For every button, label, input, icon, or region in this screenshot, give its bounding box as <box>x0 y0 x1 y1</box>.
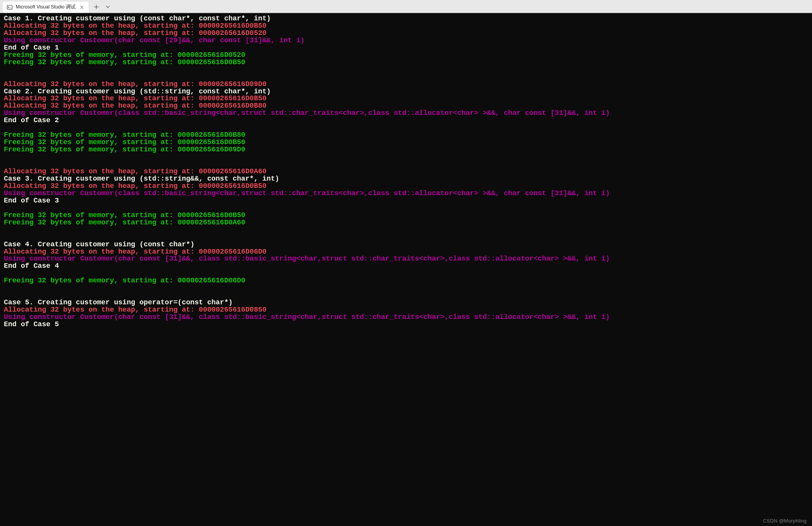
console-line: Using constructor Customer(class std::ba… <box>4 110 808 117</box>
terminal-icon <box>7 4 13 10</box>
console-line: Freeing 32 bytes of memory, starting at:… <box>4 219 808 227</box>
console-line: Freeing 32 bytes of memory, starting at:… <box>4 59 808 66</box>
console-line: Freeing 32 bytes of memory, starting at:… <box>4 52 808 59</box>
console-line <box>4 154 808 161</box>
console-line <box>4 74 808 81</box>
console-line: Freeing 32 bytes of memory, starting at:… <box>4 277 808 285</box>
terminal-tab[interactable]: Microsoft Visual Studio 调试 <box>2 1 89 13</box>
console-line: Using constructor Customer(char const [3… <box>4 256 808 263</box>
tab-title: Microsoft Visual Studio 调试 <box>16 4 76 10</box>
tabs-menu-button[interactable] <box>102 1 114 13</box>
app-window: Microsoft Visual Studio 调试 Case 1. Creat… <box>0 0 812 526</box>
console-line: End of Case 1 <box>4 45 808 52</box>
console-line: Using constructor Customer(class std::ba… <box>4 190 808 197</box>
console-line: End of Case 4 <box>4 263 808 270</box>
console-line <box>4 234 808 241</box>
tab-close-button[interactable] <box>79 4 85 10</box>
console-line: End of Case 2 <box>4 117 808 124</box>
console-line: Freeing 32 bytes of memory, starting at:… <box>4 146 808 154</box>
console-line: End of Case 5 <box>4 321 808 329</box>
console-line: Case 4. Creating customer using (const c… <box>4 241 808 249</box>
console-line: Allocating 32 bytes on the heap, startin… <box>4 81 808 88</box>
console-line <box>4 285 808 292</box>
console-line <box>4 66 808 74</box>
terminal-output[interactable]: Case 1. Creating customer using (const c… <box>0 13 812 526</box>
console-line: Using constructor Customer(char const [2… <box>4 37 808 45</box>
tab-bar: Microsoft Visual Studio 调试 <box>0 0 812 13</box>
console-line: Using constructor Customer(char const [3… <box>4 314 808 321</box>
svg-rect-0 <box>7 5 12 9</box>
console-line: End of Case 3 <box>4 197 808 205</box>
console-line <box>4 227 808 234</box>
console-line: Freeing 32 bytes of memory, starting at:… <box>4 212 808 219</box>
new-tab-button[interactable] <box>91 1 102 13</box>
console-line <box>4 205 808 212</box>
